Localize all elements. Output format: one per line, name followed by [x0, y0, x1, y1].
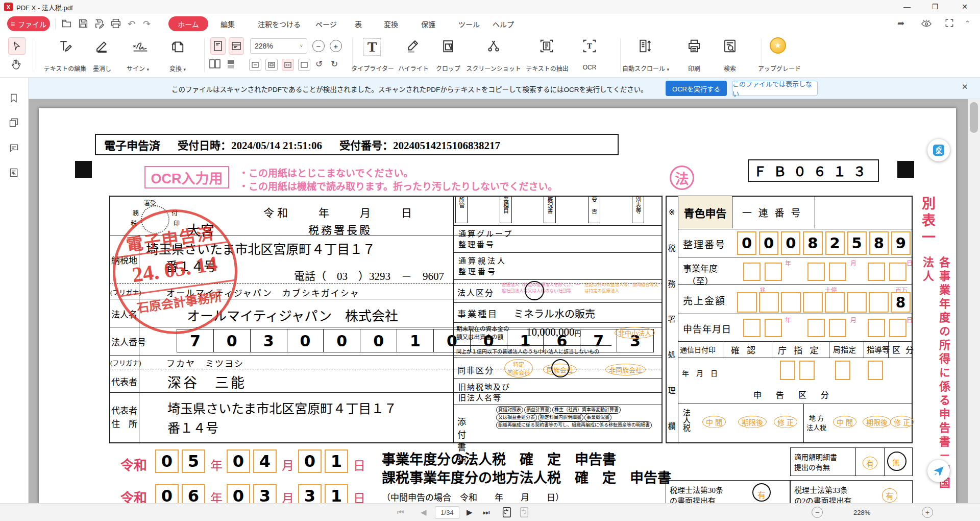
file-menu-button[interactable]: ≡ ファイル — [7, 16, 50, 31]
reference-number-digits: 00082589 — [737, 231, 911, 255]
digit-box: 0 — [781, 231, 800, 255]
tab-annotate[interactable]: 注釈をつける — [258, 19, 301, 29]
select-tool-button[interactable] — [8, 37, 26, 55]
quick-print-icon[interactable] — [110, 18, 121, 31]
convert-label[interactable]: 変換 ▾ — [162, 64, 193, 73]
screenshot-label[interactable]: スクリーンショット — [465, 64, 522, 73]
save-icon[interactable] — [78, 18, 89, 31]
extract-text-icon[interactable] — [539, 38, 554, 54]
upgrade-coin-icon[interactable]: ★ — [770, 37, 786, 54]
last-page-button[interactable]: ⏭ — [483, 508, 490, 517]
next-page-button[interactable]: ▶ — [467, 508, 473, 517]
print-label[interactable]: 印刷 — [680, 64, 708, 73]
search-label[interactable]: 検索 — [716, 64, 744, 73]
minimize-button[interactable]: — — [896, 0, 918, 13]
ocr-label[interactable]: OCR — [577, 64, 602, 71]
previous-page-button[interactable]: ◀ — [421, 508, 427, 517]
signatures-panel-icon[interactable] — [9, 168, 19, 180]
typewriter-icon[interactable]: T — [363, 38, 381, 56]
zoom-out-button[interactable]: − — [312, 40, 325, 52]
close-button[interactable]: ✕ — [953, 0, 976, 13]
save-as-icon[interactable] — [94, 18, 105, 31]
fullscreen-icon[interactable] — [944, 18, 954, 30]
auto-scroll-icon[interactable] — [637, 38, 652, 54]
page-thumbnails-icon[interactable] — [9, 117, 19, 130]
tab-convert[interactable]: 変換 — [384, 19, 398, 29]
fit-visible-icon[interactable] — [298, 59, 310, 71]
single-page-view-button[interactable] — [210, 37, 226, 55]
typewriter-label[interactable]: タイプライター — [350, 64, 396, 73]
sign-label[interactable]: サイン ▾ — [122, 64, 153, 73]
close-notification-icon[interactable]: ✕ — [962, 82, 968, 91]
convert-icon[interactable] — [169, 38, 185, 54]
continuous-scroll-icon[interactable] — [227, 60, 235, 69]
translate-float-button[interactable]: 文 — [927, 139, 950, 161]
highlight-icon[interactable] — [405, 38, 420, 54]
read-mode-eye-icon[interactable] — [921, 18, 932, 31]
ribbon-toolbar: テキストの編集 墨消し サイン ▾ 変換 ▾ 228%˅ − + ↺ ↻ T タ… — [0, 34, 980, 78]
share-icon[interactable]: ➦ — [897, 18, 904, 29]
reading-view-button[interactable] — [229, 37, 244, 55]
vertical-scrollbar[interactable] — [968, 99, 980, 503]
hand-tool-button[interactable] — [10, 59, 21, 70]
ocr-icon[interactable]: T — [582, 38, 597, 54]
mid-header-cell: 所管 — [455, 196, 468, 223]
redo-icon[interactable]: ↷ — [143, 18, 151, 30]
auto-scroll-label[interactable]: 自動スクロール ▾ — [620, 64, 671, 73]
redact-label[interactable]: 墨消し — [87, 64, 117, 73]
redact-icon[interactable] — [94, 38, 110, 54]
page-number-input[interactable]: 1/34 — [435, 506, 459, 519]
tab-protect[interactable]: 保護 — [421, 19, 435, 29]
year-char-2: 年 — [210, 488, 223, 503]
tab-help[interactable]: ヘルプ — [493, 19, 514, 29]
tab-page[interactable]: ページ — [315, 19, 337, 29]
crop-label[interactable]: クロップ — [433, 64, 463, 73]
zoom-out-status-button[interactable]: − — [812, 507, 823, 518]
first-page-button[interactable]: ⏮ — [397, 508, 404, 517]
undo-icon[interactable]: ↶ — [128, 18, 135, 30]
status-zoom-value: 228% — [853, 509, 870, 516]
fiscal-year-label: 事業年度 （至） — [683, 262, 718, 287]
maximize-button[interactable]: ❐ — [924, 0, 946, 13]
family-option-3: 非同族会社 — [605, 364, 646, 375]
tab-table[interactable]: 表 — [355, 19, 362, 29]
fit-width-icon[interactable] — [249, 59, 261, 71]
dismiss-notification-button[interactable]: このファイルでは表示しない — [732, 81, 818, 96]
search-icon[interactable] — [722, 38, 738, 54]
open-file-icon[interactable] — [61, 18, 72, 31]
actual-size-icon[interactable] — [282, 59, 294, 71]
print-icon[interactable] — [687, 38, 702, 54]
ocr-notification-bar: このファイルはスキャンされたPDFであることが検出されました。スキャンされたPD… — [29, 78, 980, 99]
rep-address-label-1: 代表者 — [111, 404, 137, 416]
ocr-note-1: ・この用紙はとじこまないでください。 — [239, 165, 413, 179]
rotate-page-right-button[interactable] — [519, 506, 530, 518]
sign-icon[interactable] — [132, 38, 149, 54]
screenshot-icon[interactable] — [486, 38, 501, 54]
rotate-left-icon[interactable]: ↺ — [315, 59, 323, 69]
unit-month: 月 — [850, 315, 856, 324]
zoom-in-status-button[interactable]: + — [922, 507, 933, 518]
comments-panel-icon[interactable] — [9, 143, 19, 155]
fit-page-icon[interactable] — [265, 59, 278, 71]
facing-pages-icon[interactable] — [209, 59, 220, 69]
text-edit-label[interactable]: テキストの編集 — [36, 64, 94, 73]
zoom-in-button[interactable]: + — [330, 40, 342, 52]
rotate-right-icon[interactable]: ↻ — [331, 59, 338, 69]
tab-home[interactable]: ホーム — [168, 16, 208, 31]
text-edit-icon[interactable] — [57, 38, 72, 54]
digit-box: 0 — [323, 329, 360, 352]
scrollbar-thumb[interactable] — [970, 102, 978, 133]
zoom-select[interactable]: 228%˅ — [250, 38, 307, 54]
highlight-label[interactable]: ハイライト — [396, 64, 431, 73]
rotate-page-left-button[interactable] — [501, 506, 512, 518]
unit-day: 日 — [906, 258, 913, 267]
collapse-ribbon-icon[interactable]: ⌃ — [965, 19, 970, 27]
bookmarks-panel-icon[interactable] — [9, 93, 19, 105]
upgrade-label[interactable]: アップグレード — [756, 64, 802, 73]
crop-icon[interactable] — [440, 38, 456, 54]
run-ocr-button[interactable]: OCRを実行する — [666, 81, 727, 96]
extract-text-label[interactable]: テキストの抽出 — [522, 64, 573, 73]
assistant-float-button[interactable] — [927, 460, 950, 482]
tab-edit[interactable]: 編集 — [220, 19, 235, 29]
tab-tools[interactable]: ツール — [458, 19, 480, 29]
